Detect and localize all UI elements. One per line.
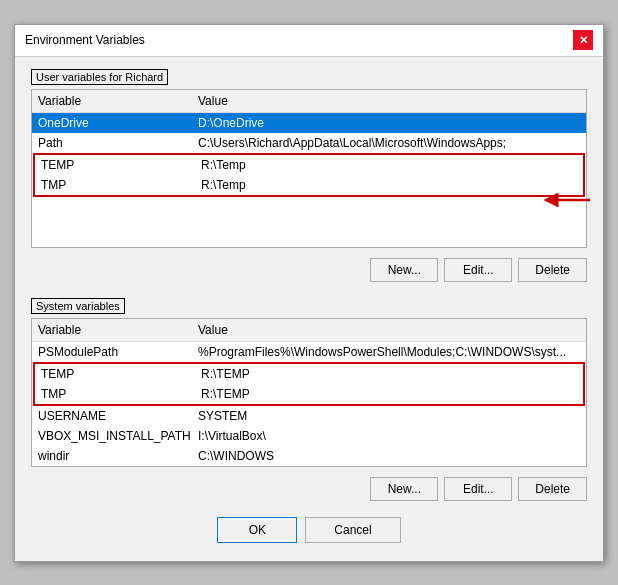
- dialog-title: Environment Variables: [25, 33, 145, 47]
- user-edit-button[interactable]: Edit...: [444, 258, 512, 282]
- user-row-3-val: R:\Temp: [201, 178, 577, 192]
- user-new-button[interactable]: New...: [370, 258, 438, 282]
- bottom-buttons-row: OK Cancel: [31, 507, 587, 549]
- sys-row-5-val: C:\WINDOWS: [198, 449, 580, 463]
- user-table-empty: [32, 197, 586, 247]
- system-table-header: Variable Value: [32, 319, 586, 342]
- user-row-2-var: TEMP: [41, 158, 201, 172]
- sys-row-4-var: VBOX_MSI_INSTALL_PATH: [38, 429, 198, 443]
- table-row[interactable]: VBOX_MSI_INSTALL_PATH I:\VirtualBox\: [32, 426, 586, 446]
- cancel-button[interactable]: Cancel: [305, 517, 400, 543]
- sys-row-0-val: %ProgramFiles%\WindowsPowerShell\Modules…: [198, 345, 580, 359]
- dialog-body: User variables for Richard Variable Valu…: [15, 57, 603, 561]
- table-row[interactable]: TEMP R:\TEMP: [35, 364, 583, 384]
- sys-row-1-var: TEMP: [41, 367, 201, 381]
- sys-col-value: Value: [198, 323, 580, 337]
- system-section-label: System variables: [31, 298, 125, 314]
- sys-row-5-var: windir: [38, 449, 198, 463]
- ok-button[interactable]: OK: [217, 517, 297, 543]
- sys-row-1-val: R:\TEMP: [201, 367, 577, 381]
- table-row[interactable]: TMP R:\Temp: [35, 175, 583, 195]
- table-row[interactable]: TMP R:\TEMP: [35, 384, 583, 404]
- user-row-1-var: Path: [38, 136, 198, 150]
- user-variables-section: User variables for Richard Variable Valu…: [31, 69, 587, 288]
- user-variables-table: Variable Value OneDrive D:\OneDrive Path…: [31, 89, 587, 248]
- system-variables-section: System variables Variable Value PSModule…: [31, 298, 587, 507]
- sys-delete-button[interactable]: Delete: [518, 477, 587, 501]
- sys-row-2-var: TMP: [41, 387, 201, 401]
- user-row-0-val: D:\OneDrive: [198, 116, 580, 130]
- user-section-label: User variables for Richard: [31, 69, 168, 85]
- close-button[interactable]: ✕: [573, 30, 593, 50]
- user-row-3-var: TMP: [41, 178, 201, 192]
- sys-row-0-var: PSModulePath: [38, 345, 198, 359]
- table-row[interactable]: PSModulePath %ProgramFiles%\WindowsPower…: [32, 342, 586, 362]
- user-temp-tmp-highlight: TEMP R:\Temp TMP R:\Temp: [33, 153, 585, 197]
- user-table-header: Variable Value: [32, 90, 586, 113]
- sys-temp-tmp-highlight: TEMP R:\TEMP TMP R:\TEMP: [33, 362, 585, 406]
- user-buttons-row: New... Edit... Delete: [31, 250, 587, 288]
- sys-new-button[interactable]: New...: [370, 477, 438, 501]
- sys-edit-button[interactable]: Edit...: [444, 477, 512, 501]
- sys-col-variable: Variable: [38, 323, 198, 337]
- table-row[interactable]: OneDrive D:\OneDrive: [32, 113, 586, 133]
- user-row-1-val: C:\Users\Richard\AppData\Local\Microsoft…: [198, 136, 580, 150]
- system-variables-table: Variable Value PSModulePath %ProgramFile…: [31, 318, 587, 467]
- sys-row-4-val: I:\VirtualBox\: [198, 429, 580, 443]
- sys-row-2-val: R:\TEMP: [201, 387, 577, 401]
- system-table-scroll[interactable]: PSModulePath %ProgramFiles%\WindowsPower…: [32, 342, 586, 466]
- environment-variables-dialog: Environment Variables ✕ User variables f…: [14, 24, 604, 562]
- table-row[interactable]: windir C:\WINDOWS: [32, 446, 586, 466]
- user-col-variable: Variable: [38, 94, 198, 108]
- title-bar: Environment Variables ✕: [15, 25, 603, 57]
- user-row-0-var: OneDrive: [38, 116, 198, 130]
- system-buttons-row: New... Edit... Delete: [31, 469, 587, 507]
- user-col-value: Value: [198, 94, 580, 108]
- table-row[interactable]: Path C:\Users\Richard\AppData\Local\Micr…: [32, 133, 586, 153]
- table-row[interactable]: USERNAME SYSTEM: [32, 406, 586, 426]
- user-delete-button[interactable]: Delete: [518, 258, 587, 282]
- sys-row-3-val: SYSTEM: [198, 409, 580, 423]
- user-row-2-val: R:\Temp: [201, 158, 577, 172]
- sys-row-3-var: USERNAME: [38, 409, 198, 423]
- table-row[interactable]: TEMP R:\Temp: [35, 155, 583, 175]
